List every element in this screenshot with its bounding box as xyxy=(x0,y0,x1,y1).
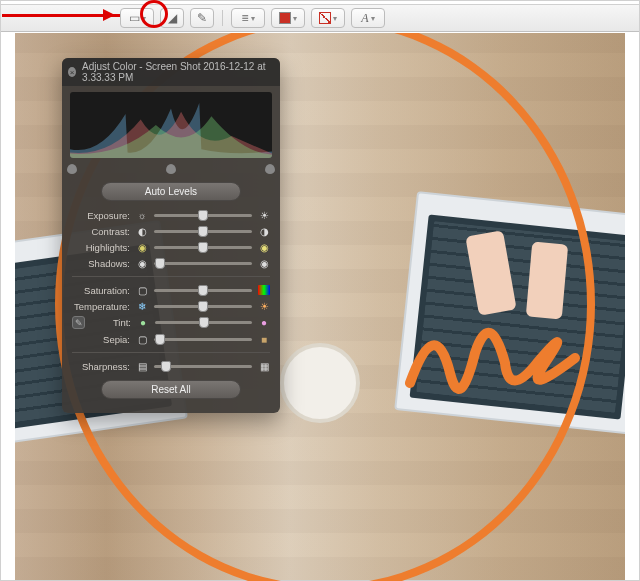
exposure-slider[interactable] xyxy=(154,214,252,217)
sepia-row: Sepia: ▢ ■ xyxy=(62,331,280,347)
sepia-label: Sepia: xyxy=(72,334,130,345)
chevron-down-icon: ▾ xyxy=(251,14,255,23)
shadows-slider[interactable] xyxy=(154,262,252,265)
mid-point-handle[interactable] xyxy=(166,164,176,174)
selection-icon: ▭ xyxy=(129,11,140,25)
pencil-icon: ✎ xyxy=(197,11,207,25)
exposure-row: Exposure: ☼ ☀ xyxy=(62,207,280,223)
prism-icon: ◢ xyxy=(168,11,177,25)
panel-divider xyxy=(72,276,270,277)
stroke-swatch-icon xyxy=(319,12,331,24)
saturation-low-icon: ▢ xyxy=(136,284,148,296)
sun-bright-icon: ☀ xyxy=(258,209,270,221)
shadows-low-icon: ◉ xyxy=(136,257,148,269)
shadows-row: Shadows: ◉ ◉ xyxy=(62,255,280,271)
tint-row: ✎ Tint: ● ● xyxy=(62,314,280,331)
close-icon[interactable]: × xyxy=(68,67,76,77)
color-swatch-icon xyxy=(279,12,291,24)
warm-icon: ☀ xyxy=(258,300,270,312)
temperature-label: Temperature: xyxy=(72,301,130,312)
tint-slider[interactable] xyxy=(155,321,252,324)
sepia-low-icon: ▢ xyxy=(136,333,148,345)
lines-icon: ≡ xyxy=(241,11,248,25)
temperature-slider[interactable] xyxy=(154,305,252,308)
sharpness-label: Sharpness: xyxy=(72,361,130,372)
sun-dim-icon: ☼ xyxy=(136,209,148,221)
toolbar-separator xyxy=(222,10,223,26)
annotation-arrow xyxy=(2,14,120,17)
sharpness-low-icon: ▤ xyxy=(136,360,148,372)
shadows-high-icon: ◉ xyxy=(258,257,270,269)
saturation-row: Saturation: ▢ xyxy=(62,282,280,298)
temperature-row: Temperature: ❄ ☀ xyxy=(62,298,280,314)
black-point-handle[interactable] xyxy=(67,164,77,174)
auto-levels-button[interactable]: Auto Levels xyxy=(101,182,241,201)
contrast-low-icon: ◐ xyxy=(136,225,148,237)
highlights-high-icon: ◉ xyxy=(258,241,270,253)
adjust-color-panel: × Adjust Color - Screen Shot 2016-12-12 … xyxy=(62,58,280,413)
saturation-slider[interactable] xyxy=(154,289,252,292)
shadows-label: Shadows: xyxy=(72,258,130,269)
annotation-circle xyxy=(140,0,168,28)
sharpness-high-icon: ▦ xyxy=(258,360,270,372)
panel-titlebar[interactable]: × Adjust Color - Screen Shot 2016-12-12 … xyxy=(62,58,280,86)
highlights-slider[interactable] xyxy=(154,246,252,249)
exposure-label: Exposure: xyxy=(72,210,130,221)
cool-icon: ❄ xyxy=(136,300,148,312)
contrast-label: Contrast: xyxy=(72,226,130,237)
sharpness-slider[interactable] xyxy=(154,365,252,368)
chevron-down-icon: ▾ xyxy=(371,14,375,23)
chevron-down-icon: ▾ xyxy=(333,14,337,23)
tint-green-icon: ● xyxy=(137,317,149,329)
white-point-handle[interactable] xyxy=(265,164,275,174)
saturation-label: Saturation: xyxy=(72,285,130,296)
sepia-high-icon: ■ xyxy=(258,333,270,345)
contrast-slider[interactable] xyxy=(154,230,252,233)
panel-title-text: Adjust Color - Screen Shot 2016-12-12 at… xyxy=(82,61,274,83)
tint-eyedropper-button[interactable]: ✎ xyxy=(72,316,85,329)
panel-divider xyxy=(72,352,270,353)
chevron-down-icon: ▾ xyxy=(293,14,297,23)
saturation-high-icon xyxy=(258,285,270,295)
reset-all-button[interactable]: Reset All xyxy=(101,380,241,399)
fill-color-button[interactable]: ▾ xyxy=(271,8,305,28)
histogram-handles[interactable] xyxy=(70,164,272,176)
highlights-row: Highlights: ◉ ◉ xyxy=(62,239,280,255)
highlights-label: Highlights: xyxy=(72,242,130,253)
highlights-low-icon: ◉ xyxy=(136,241,148,253)
contrast-high-icon: ◑ xyxy=(258,225,270,237)
histogram xyxy=(70,92,272,158)
stroke-color-button[interactable]: ▾ xyxy=(311,8,345,28)
text-style-icon: A xyxy=(361,11,368,26)
tint-magenta-icon: ● xyxy=(258,317,270,329)
sketch-tool-button[interactable]: ✎ xyxy=(190,8,214,28)
drawn-scribble xyxy=(405,303,585,413)
sepia-slider[interactable] xyxy=(154,338,252,341)
text-style-button[interactable]: A▾ xyxy=(351,8,385,28)
line-weight-button[interactable]: ≡▾ xyxy=(231,8,265,28)
markup-toolbar: ▭▾ ◢ ✎ ≡▾ ▾ ▾ A▾ xyxy=(0,4,640,32)
sharpness-row: Sharpness: ▤ ▦ xyxy=(62,358,280,374)
tint-label: Tint: xyxy=(93,317,131,328)
contrast-row: Contrast: ◐ ◑ xyxy=(62,223,280,239)
